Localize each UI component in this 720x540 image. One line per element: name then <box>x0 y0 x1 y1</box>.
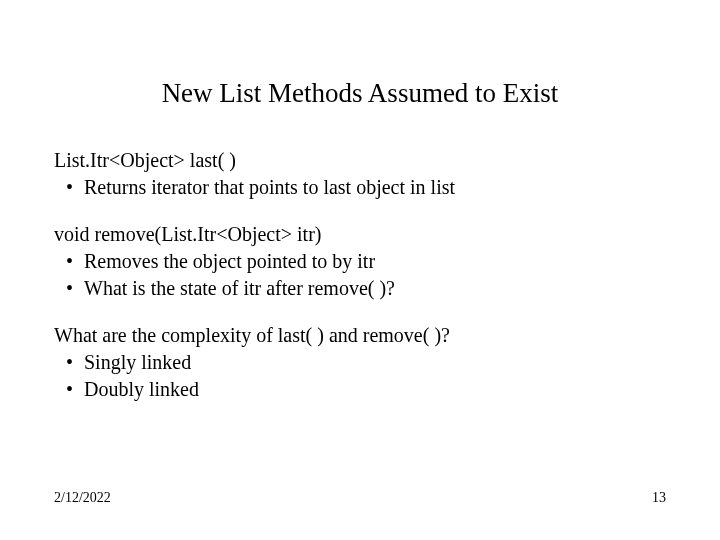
bullet-item: What is the state of itr after remove( )… <box>84 276 666 301</box>
section-3-lead: What are the complexity of last( ) and r… <box>54 323 666 348</box>
section-1-lead: List.Itr<Object> last( ) <box>54 148 666 173</box>
footer-date: 2/12/2022 <box>54 490 111 506</box>
section-2-bullets: Removes the object pointed to by itr Wha… <box>54 249 666 301</box>
section-3: What are the complexity of last( ) and r… <box>54 323 666 402</box>
section-2-lead: void remove(List.Itr<Object> itr) <box>54 222 666 247</box>
slide-body: List.Itr<Object> last( ) Returns iterato… <box>54 148 666 424</box>
bullet-item: Singly linked <box>84 350 666 375</box>
bullet-item: Removes the object pointed to by itr <box>84 249 666 274</box>
slide: New List Methods Assumed to Exist List.I… <box>0 0 720 540</box>
section-1-bullets: Returns iterator that points to last obj… <box>54 175 666 200</box>
footer-page-number: 13 <box>652 490 666 506</box>
section-1: List.Itr<Object> last( ) Returns iterato… <box>54 148 666 200</box>
bullet-item: Returns iterator that points to last obj… <box>84 175 666 200</box>
slide-title: New List Methods Assumed to Exist <box>0 78 720 109</box>
bullet-item: Doubly linked <box>84 377 666 402</box>
section-2: void remove(List.Itr<Object> itr) Remove… <box>54 222 666 301</box>
section-3-bullets: Singly linked Doubly linked <box>54 350 666 402</box>
